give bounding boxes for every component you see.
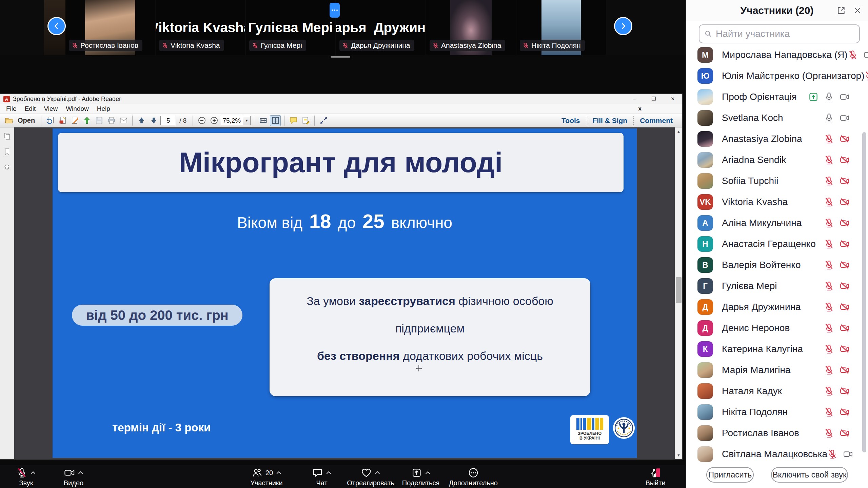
video-tile-anastasiya[interactable]: Anastasiya Zlobina <box>426 0 516 55</box>
strip-resize-handle[interactable] <box>331 56 350 58</box>
adobe-titlebar[interactable]: A Зроблено в Україні.pdf - Adobe Reader … <box>0 94 682 104</box>
unmute-self-button[interactable]: Включить свой звук <box>771 467 848 483</box>
participant-row[interactable]: М Мирослава Нападовська (Я) <box>686 44 868 65</box>
participant-row[interactable]: VK Viktoria Kvasha <box>686 191 868 212</box>
page-thumbnails-icon[interactable] <box>3 132 11 140</box>
close-panel-icon[interactable] <box>853 6 862 15</box>
tools-button[interactable]: Tools <box>555 116 586 125</box>
participants-button[interactable]: 20 Участники <box>250 467 283 487</box>
comment-bubble-button[interactable] <box>288 115 299 126</box>
menu-file[interactable]: File <box>2 105 21 113</box>
page-number-input[interactable]: 5 <box>160 116 176 125</box>
save-button[interactable] <box>94 115 104 126</box>
menu-view[interactable]: View <box>40 105 62 113</box>
scroll-videos-left-button[interactable] <box>47 17 66 35</box>
panel-scrollbar-thumb[interactable] <box>862 132 866 452</box>
zoom-out-button[interactable] <box>196 115 207 126</box>
menu-window[interactable]: Window <box>62 105 93 113</box>
video-options-chevron[interactable] <box>78 471 83 474</box>
participants-options-chevron[interactable] <box>276 471 281 474</box>
comment-panel-button[interactable]: Comment <box>633 116 679 125</box>
video-tile-nikita[interactable]: Нікіта Подолян <box>516 0 606 55</box>
scrolling-mode-button[interactable] <box>258 115 269 126</box>
participant-row[interactable]: Марія Малигіна <box>686 360 868 381</box>
video-tile-gulieva[interactable]: Гулієва Мері Гулієва Мері <box>246 0 335 55</box>
more-button[interactable]: Дополнительно <box>449 467 498 487</box>
attachments-icon[interactable] <box>3 163 11 171</box>
chat-options-chevron[interactable] <box>326 471 332 474</box>
invite-button[interactable]: Пригласить <box>706 467 754 483</box>
participant-row[interactable]: В Валерія Войтенко <box>686 255 868 276</box>
scroll-up-arrow[interactable]: ▲ <box>675 128 682 135</box>
scroll-down-arrow[interactable]: ▼ <box>675 452 682 459</box>
more-ellipsis-icon <box>468 467 479 478</box>
participant-row[interactable]: Г Гулієва Мері <box>686 276 868 297</box>
share-options-chevron[interactable] <box>425 471 430 474</box>
zoom-in-button[interactable] <box>209 115 219 126</box>
open-button[interactable] <box>3 115 14 126</box>
react-options-chevron[interactable] <box>375 471 380 474</box>
participant-row[interactable]: Д Дарья Дружинина <box>686 297 868 318</box>
bookmarks-icon[interactable] <box>3 148 11 156</box>
sign-document-button[interactable] <box>69 115 80 126</box>
restore-button[interactable]: ❐ <box>644 94 663 104</box>
fill-sign-button[interactable]: Fill & Sign <box>586 116 633 125</box>
video-tile-viktoria[interactable]: Viktoria Kvasha Viktoria Kvasha <box>156 0 245 55</box>
create-pdf-button[interactable] <box>57 115 68 126</box>
zoom-dropdown-button[interactable]: ▼ <box>243 116 250 125</box>
fit-page-button[interactable] <box>270 115 281 126</box>
close-button[interactable]: ✕ <box>663 94 682 104</box>
menu-help[interactable]: Help <box>93 105 114 113</box>
video-tile-rostyslav[interactable]: Ростислав Іванов <box>65 0 155 55</box>
audio-options-chevron[interactable] <box>31 471 36 474</box>
chat-button[interactable]: Чат <box>312 467 332 487</box>
next-page-button[interactable] <box>148 115 159 126</box>
participant-row[interactable]: Ю Юлія Майстренко (Организатор) <box>686 65 868 86</box>
highlight-text-button[interactable] <box>300 115 311 126</box>
menu-edit[interactable]: Edit <box>21 105 40 113</box>
camera-off-icon <box>840 428 850 438</box>
email-button[interactable] <box>118 115 129 126</box>
open-label[interactable]: Open <box>18 117 35 124</box>
save-copy-button[interactable] <box>45 115 56 126</box>
participant-row[interactable]: Д Денис Неронов <box>686 318 868 339</box>
fullscreen-button[interactable] <box>318 115 329 126</box>
vertical-scrollbar[interactable]: ▲ ▼ <box>675 127 682 459</box>
react-button[interactable]: Отреагировать <box>347 467 394 487</box>
scroll-videos-right-button[interactable] <box>614 17 632 35</box>
participant-row[interactable]: Проф Орієнтація <box>686 86 868 107</box>
video-label: Видео <box>64 479 83 487</box>
send-upload-button[interactable] <box>81 115 92 126</box>
participant-row[interactable]: Ariadna Sendik <box>686 149 868 170</box>
participant-row[interactable]: Наталя Кадук <box>686 381 868 402</box>
slide-title-box: Мікрогрант для молоді <box>58 133 624 192</box>
minimize-button[interactable]: – <box>625 94 644 104</box>
participant-row[interactable]: А Аліна Микульчина <box>686 212 868 233</box>
participant-row[interactable]: К Катерина Калугіна <box>686 339 868 360</box>
audio-button[interactable]: Звук <box>17 467 36 487</box>
scrollbar-thumb[interactable] <box>676 277 682 303</box>
mic-muted-icon <box>864 71 868 81</box>
participant-row[interactable]: Світлана Малацковська <box>686 444 868 465</box>
participant-row[interactable]: Svetlana Koch <box>686 107 868 128</box>
camera-off-icon <box>840 134 850 144</box>
participant-row[interactable]: Sofiia Tupchii <box>686 170 868 191</box>
search-participant-input[interactable]: Найти участника <box>699 24 860 43</box>
participant-row[interactable]: Anastasiya Zlobina <box>686 128 868 149</box>
zoom-level-control[interactable]: 75,2% ▼ <box>221 116 251 125</box>
participant-name: Наталя Кадук <box>722 386 782 396</box>
tile-more-options-button[interactable] <box>330 3 340 18</box>
participant-row[interactable]: Н Анастасія Геращенко <box>686 233 868 255</box>
zoom-level-value[interactable]: 75,2% <box>221 117 243 124</box>
video-tile-darya[interactable]: Дарья Дружин... Дарья Дружинина <box>336 0 426 55</box>
popout-panel-icon[interactable] <box>837 6 846 15</box>
video-button[interactable]: Видео <box>64 467 83 487</box>
participant-row[interactable]: Нікіта Подолян <box>686 402 868 423</box>
participant-name: Юлія Майстренко (Организатор) <box>722 70 864 81</box>
print-button[interactable] <box>106 115 117 126</box>
close-find-icon[interactable]: x <box>638 105 642 112</box>
participant-row[interactable]: Ростислав Іванов <box>686 423 868 444</box>
previous-page-button[interactable] <box>136 115 147 126</box>
share-screen-button[interactable]: Поделиться <box>402 467 439 487</box>
leave-button[interactable]: Выйти <box>645 467 665 487</box>
